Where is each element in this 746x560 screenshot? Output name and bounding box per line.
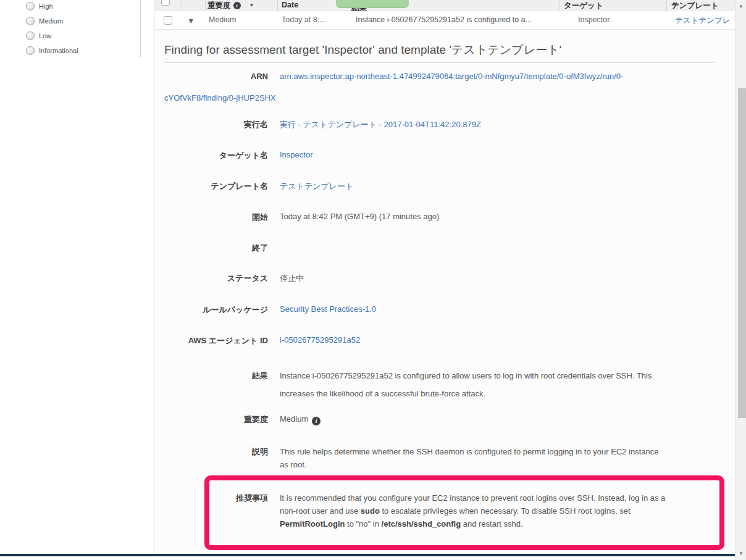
target-name-link[interactable]: Inspector [280, 150, 312, 159]
rules-package-label: ルールパッケージ [164, 304, 268, 316]
detail-row-template-name: テンプレート名 テストテンプレート [164, 181, 353, 192]
findings-table-header: 重要度i▼ Date 結果 ターゲット テンプレート [155, 0, 736, 12]
arn-label: ARN [164, 65, 268, 87]
title-divider [164, 62, 715, 63]
status-label: ステータス [164, 273, 268, 284]
agent-id-value: i-05026775295291a52 [280, 335, 360, 345]
template-name-value: テストテンプレート [280, 181, 353, 192]
target-name-label: ターゲット名 [164, 150, 268, 161]
column-header-target[interactable]: ターゲット [564, 1, 603, 11]
detail-row-severity: 重要度 Mediumi [164, 414, 321, 425]
row-target-link[interactable]: Inspector [578, 15, 610, 24]
filter-option-high[interactable]: High [26, 2, 53, 10]
recommendation-label: 推奨事項 [164, 491, 268, 504]
column-header-template[interactable]: テンプレート [671, 1, 718, 11]
detail-row-finding: 結果 Instance i-05026775295291a52 is confi… [164, 367, 703, 403]
filter-option-medium[interactable]: Medium [26, 17, 63, 25]
scroll-up-icon[interactable]: ▲ [736, 1, 746, 11]
sidebar-divider [140, 0, 141, 57]
filter-label-low: Low [39, 32, 51, 40]
select-all-checkbox[interactable] [161, 0, 170, 6]
filter-label-medium: Medium [39, 17, 63, 25]
row-template-cell: テストテンプレ [675, 15, 734, 26]
column-header-severity[interactable]: 重要度i▼ [207, 1, 254, 11]
run-name-link[interactable]: 実行 - テストテンプレート - 2017-01-04T11:42:20.879… [280, 120, 481, 129]
column-divider [205, 0, 206, 11]
radio-button-icon[interactable] [26, 17, 35, 25]
finding-label: 結果 [164, 367, 268, 385]
recommendation-segment: to "no" in [345, 519, 381, 529]
agent-id-link[interactable]: i-05026775295291a52 [280, 335, 360, 345]
start-value: Today at 8:42 PM (GMT+9) (17 minutes ago… [280, 212, 439, 221]
severity-filter-panel: High Medium Low Informational [0, 0, 140, 74]
radio-button-icon[interactable] [26, 46, 35, 55]
info-icon[interactable]: i [233, 2, 241, 9]
agent-id-label: AWS エージェント ID [164, 335, 268, 346]
detail-row-arn: ARNarn:aws:inspector:ap-northeast-1:4749… [164, 65, 726, 109]
scroll-down-icon[interactable]: ▼ [736, 549, 746, 559]
column-divider [560, 0, 560, 11]
row-severity: Medium [209, 15, 236, 24]
rules-package-value: Security Best Practices-1.0 [280, 304, 376, 314]
recommendation-segment-bold: /etc/ssh/sshd_config [382, 519, 461, 529]
column-header-severity-label: 重要度 [207, 1, 231, 10]
vertical-scrollbar[interactable]: ▲ ▼ [735, 0, 746, 560]
row-template-link[interactable]: テストテンプレ [675, 16, 731, 25]
recommendation-segment-bold: PermitRootLogin [280, 519, 345, 529]
row-checkbox[interactable] [164, 16, 172, 25]
column-divider [666, 0, 667, 11]
run-name-value: 実行 - テストテンプレート - 2017-01-04T11:42:20.879… [280, 119, 481, 130]
status-value: 停止中 [280, 273, 304, 284]
run-name-label: 実行名 [164, 119, 268, 130]
start-label: 開始 [164, 212, 268, 223]
column-header-date[interactable]: Date [282, 1, 298, 9]
page-title: Finding for assessment target 'Inspector… [164, 42, 561, 58]
detail-row-end: 終了 [164, 243, 280, 254]
scrollbar-thumb[interactable] [738, 88, 746, 418]
severity-value: Mediumi [280, 414, 321, 425]
detail-row-description: 説明 This rule helps determine whether the… [164, 445, 703, 471]
recommendation-segment-bold: sudo [361, 506, 380, 516]
filter-option-informational[interactable]: Informational [26, 46, 78, 55]
detail-row-agent-id: AWS エージェント ID i-05026775295291a52 [164, 335, 360, 346]
filter-label-informational: Informational [39, 47, 78, 54]
recommendation-value: It is recommended that you configure you… [280, 491, 709, 530]
detail-row-run-name: 実行名 実行 - テストテンプレート - 2017-01-04T11:42:20… [164, 119, 481, 130]
detail-row-recommendation: 推奨事項 It is recommended that you configur… [164, 491, 709, 530]
filter-option-low[interactable]: Low [26, 31, 51, 40]
info-icon[interactable]: i [312, 417, 321, 425]
description-label: 説明 [164, 445, 268, 458]
tooltip-bubble [336, 0, 409, 8]
column-divider [182, 0, 182, 11]
finding-value: Instance i-05026775295291a52 is configur… [280, 367, 703, 403]
detail-row-start: 開始 Today at 8:42 PM (GMT+9) (17 minutes … [164, 212, 439, 223]
detail-row-rules-package: ルールパッケージ Security Best Practices-1.0 [164, 304, 376, 316]
radio-button-icon[interactable] [26, 31, 35, 40]
template-name-label: テンプレート名 [164, 181, 268, 192]
radio-button-icon[interactable] [26, 2, 35, 10]
row-date: Today at 8:... [282, 15, 326, 24]
aws-inspector-finding-page: High Medium Low Informational 重要度i▼ [0, 0, 746, 560]
filter-label-high: High [39, 2, 53, 10]
finding-table-row[interactable]: ▼ Medium Today at 8:... Instance i-05026… [155, 11, 736, 30]
row-finding-summary: Instance i-05026775295291a52 is configur… [356, 15, 532, 24]
window-bottom-bar [0, 554, 735, 556]
column-divider [277, 0, 278, 11]
severity-text: Medium [280, 414, 308, 424]
rules-package-link[interactable]: Security Best Practices-1.0 [280, 304, 376, 314]
description-value: This rule helps determine whether the SS… [280, 445, 703, 471]
template-name-link[interactable]: テストテンプレート [280, 182, 353, 191]
detail-row-target-name: ターゲット名 Inspector [164, 150, 312, 161]
recommendation-segment: and restart sshd. [461, 519, 522, 529]
severity-label: 重要度 [164, 414, 268, 425]
sort-caret-icon[interactable]: ▼ [249, 2, 254, 8]
findings-content-pane: 重要度i▼ Date 結果 ターゲット テンプレート ▼ Medium Toda… [154, 0, 736, 554]
target-name-value: Inspector [280, 150, 312, 159]
end-label: 終了 [164, 243, 268, 254]
row-expander-icon[interactable]: ▼ [187, 17, 195, 25]
detail-row-status: ステータス 停止中 [164, 273, 304, 284]
recommendation-segment: to escalate privileges when necessary. T… [380, 506, 631, 516]
